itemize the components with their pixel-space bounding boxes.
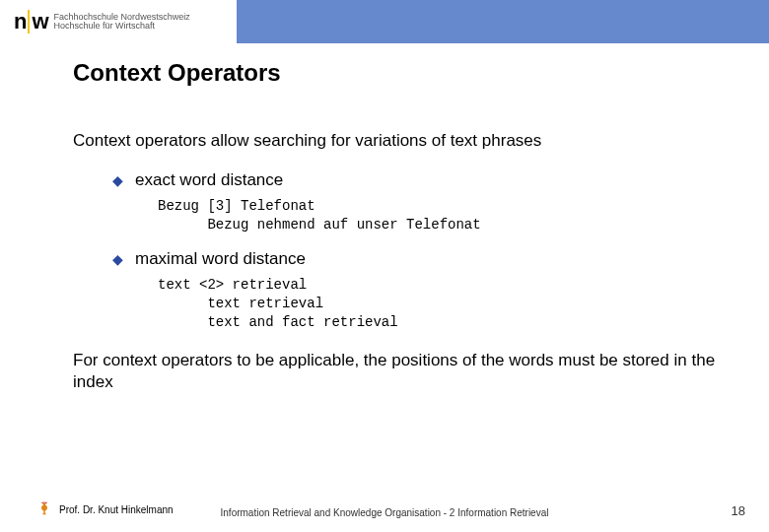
bullet-label: exact word distance bbox=[135, 169, 283, 191]
header-logo-area: nw Fachhochschule Nordwestschweiz Hochsc… bbox=[0, 0, 237, 43]
footer-subtitle: Information Retrieval and Knowledge Orga… bbox=[0, 507, 769, 518]
bullet-label: maximal word distance bbox=[135, 248, 306, 270]
slide-body: Context operators allow searching for va… bbox=[73, 130, 724, 393]
page-number: 18 bbox=[732, 503, 745, 518]
bullet-diamond-icon: ◆ bbox=[112, 169, 123, 191]
bullet-item: ◆ maximal word distance bbox=[112, 248, 724, 270]
bullet-item: ◆ exact word distance bbox=[112, 169, 724, 191]
slide-footer: Prof. Dr. Knut Hinkelmann Information Re… bbox=[0, 495, 769, 518]
intro-paragraph: Context operators allow searching for va… bbox=[73, 130, 724, 152]
bullet-diamond-icon: ◆ bbox=[112, 248, 123, 270]
header-accent bbox=[237, 0, 769, 43]
header-bar: nw Fachhochschule Nordwestschweiz Hochsc… bbox=[0, 0, 769, 43]
code-example: text <2> retrieval text retrieval text a… bbox=[158, 276, 724, 332]
slide: nw Fachhochschule Nordwestschweiz Hochsc… bbox=[0, 0, 769, 532]
outro-paragraph: For context operators to be applicable, … bbox=[73, 350, 724, 393]
slide-title: Context Operators bbox=[73, 59, 281, 87]
code-example: Bezug [3] Telefonat Bezug nehmend auf un… bbox=[158, 197, 724, 234]
institution-logo: nw Fachhochschule Nordwestschweiz Hochsc… bbox=[14, 9, 190, 34]
nw-logo-icon: nw bbox=[14, 9, 48, 34]
logo-line2: Hochschule für Wirtschaft bbox=[54, 22, 190, 31]
